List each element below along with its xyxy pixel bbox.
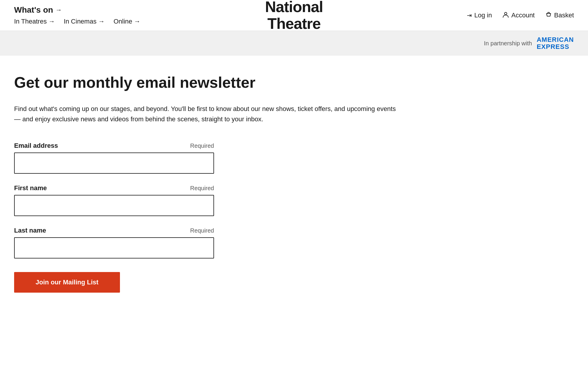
basket-label: Basket (554, 11, 574, 19)
in-theatres-label: In Theatres (14, 18, 47, 25)
account-label: Account (511, 11, 535, 19)
last-name-required: Required (190, 227, 214, 234)
login-link[interactable]: ⇥ Log in (467, 11, 492, 19)
last-name-label-row: Last name Required (14, 227, 214, 234)
last-name-input[interactable] (14, 237, 214, 258)
logo-text: National Theatre (265, 0, 323, 32)
account-link[interactable]: Account (502, 11, 535, 19)
online-arrow: → (134, 18, 141, 25)
sub-navigation: In Theatres → In Cinemas → Online → (14, 18, 141, 25)
online-link[interactable]: Online → (113, 18, 141, 25)
in-theatres-link[interactable]: In Theatres → (14, 18, 55, 25)
header-right-nav: ⇥ Log in Account Basket (467, 11, 574, 19)
first-name-field-group: First name Required (14, 184, 214, 216)
whats-on-link[interactable]: What's on → (14, 5, 141, 15)
main-content: Get our monthly email newsletter Find ou… (0, 56, 412, 316)
page-description: Find out what's coming up on our stages,… (14, 104, 396, 124)
first-name-required: Required (190, 185, 214, 192)
svg-point-0 (505, 12, 507, 15)
email-required: Required (190, 142, 214, 149)
amex-logo: AMERICANEXPRESS (537, 36, 574, 50)
partnership-text: In partnership with (484, 40, 532, 47)
first-name-label: First name (14, 184, 47, 192)
in-theatres-arrow: → (49, 18, 55, 25)
email-label-row: Email address Required (14, 142, 214, 150)
online-label: Online (113, 18, 132, 25)
page-title: Get our monthly email newsletter (14, 73, 397, 92)
header-left-nav: What's on → In Theatres → In Cinemas → O… (14, 5, 141, 25)
login-label: Log in (474, 11, 492, 19)
last-name-label: Last name (14, 227, 46, 234)
submit-button-label: Join our Mailing List (36, 279, 98, 286)
login-icon: ⇥ (467, 12, 472, 19)
account-icon (502, 11, 509, 19)
whats-on-arrow: → (56, 6, 62, 14)
email-input[interactable] (14, 152, 214, 174)
email-label: Email address (14, 142, 58, 150)
header: What's on → In Theatres → In Cinemas → O… (0, 0, 588, 31)
partnership-banner: In partnership with AMERICANEXPRESS (0, 31, 588, 56)
first-name-label-row: First name Required (14, 184, 214, 192)
site-logo[interactable]: National Theatre (265, 0, 323, 32)
in-cinemas-link[interactable]: In Cinemas → (64, 18, 105, 25)
whats-on-label: What's on (14, 5, 53, 15)
basket-link[interactable]: Basket (545, 11, 574, 19)
in-cinemas-label: In Cinemas (64, 18, 96, 25)
basket-icon (545, 11, 552, 19)
join-mailing-list-button[interactable]: Join our Mailing List (14, 272, 120, 293)
email-field-group: Email address Required (14, 142, 214, 174)
newsletter-form: Email address Required First name Requir… (14, 142, 214, 293)
in-cinemas-arrow: → (98, 18, 105, 25)
first-name-input[interactable] (14, 195, 214, 216)
last-name-field-group: Last name Required (14, 227, 214, 258)
